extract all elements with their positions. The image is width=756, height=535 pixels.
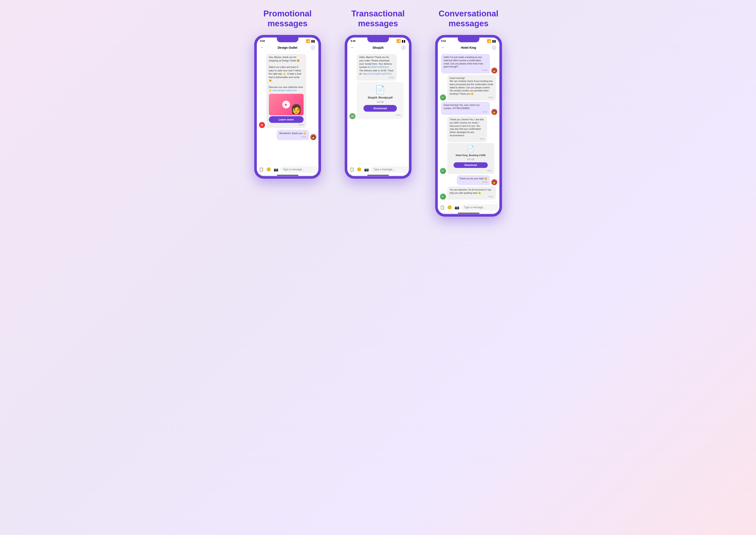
user-avatar: 👩 xyxy=(310,134,316,140)
info-icon[interactable]: i xyxy=(311,46,315,49)
message-input[interactable] xyxy=(280,166,318,173)
promotional-title: Promotional messages xyxy=(263,9,312,28)
message-bubble: Hello! I've just made a booking at your … xyxy=(441,54,490,73)
file-size: 347 KB xyxy=(467,158,474,160)
chat-header: ← Shop24 i xyxy=(347,43,409,52)
status-bar: 9:49 📶 ▮▮ xyxy=(347,38,409,43)
message-time: 09:49 xyxy=(279,136,306,138)
battery-icon: ▮▮ xyxy=(492,39,496,43)
conversational-phone-frame: 9:52 📶 ▮▮ ← Hotel King i He xyxy=(435,35,502,217)
back-icon[interactable]: ← xyxy=(441,45,445,50)
message-row: H+ Thank you, Sirena! Yes, I see that yo… xyxy=(440,116,497,174)
transactional-phone-frame: 9:49 📶 ▮▮ ← Shop24 i 24 xyxy=(345,35,412,179)
message-bubble: Thank you for your help! 😊 09:52 xyxy=(457,175,490,185)
chat-input-bar: 📋 🙂 📷 ➤ xyxy=(347,164,409,175)
emoji-icon[interactable]: 🙂 xyxy=(266,167,271,172)
attachment-icon[interactable]: 📋 xyxy=(259,167,264,172)
message-row: Thank you for your help! 😊 09:52 👩 xyxy=(440,175,497,185)
message-row: H+ Good morning!We can certainly check i… xyxy=(440,75,497,101)
emoji-icon[interactable]: 🙂 xyxy=(447,205,452,210)
home-indicator xyxy=(257,175,318,176)
status-icons: 📶 ▮▮ xyxy=(306,39,315,43)
home-indicator-bar xyxy=(458,213,479,213)
transactional-title: Transactional messages xyxy=(351,9,405,28)
emoji-icon[interactable]: 🙂 xyxy=(357,167,362,172)
message-row: O Hey, Marion, thank you for shopping at… xyxy=(259,54,316,128)
chat-header: ← Design Outlet i xyxy=(257,43,318,52)
message-row: Wonderful, thank you 🤙 09:49 👩 xyxy=(259,130,316,140)
message-time: 09:52 xyxy=(450,195,493,198)
status-icons: 📶 ▮▮ xyxy=(487,39,496,43)
back-icon[interactable]: ← xyxy=(351,45,355,50)
status-time: 9:49 xyxy=(351,40,356,42)
camera-icon[interactable]: 📷 xyxy=(455,205,459,210)
home-indicator-bar xyxy=(277,175,298,176)
user-avatar: 👩 xyxy=(491,68,497,73)
message-bubble: Hey, Marion, thank you for shopping at D… xyxy=(266,54,306,128)
chat-input-bar: 📋 🙂 📷 ➤ xyxy=(438,202,500,213)
main-container: Promotional messages 9:50 📶 ▮▮ ← Design … xyxy=(238,9,518,217)
tracking-link[interactable]: https://url.shop24.np/h7i31x xyxy=(363,72,392,75)
message-time: 09:51 xyxy=(487,170,492,172)
support-avatar: H+ xyxy=(440,95,446,100)
download-button[interactable]: Download xyxy=(453,162,488,168)
status-time: 9:52 xyxy=(441,40,446,42)
message-time: 09:48 xyxy=(269,124,304,126)
transactional-section: Transactional messages 9:49 📶 ▮▮ ← Shop2… xyxy=(337,9,419,179)
message-row: H+ You are welcome. Do let me know if I … xyxy=(440,186,497,200)
action-icons: 📋 🙂 📷 xyxy=(349,167,369,172)
link[interactable]: www.design-outlet.com xyxy=(273,89,297,92)
chat-messages: Hello! I've just made a booking at your … xyxy=(438,52,500,202)
info-icon[interactable]: i xyxy=(401,46,405,49)
message-row: 24 Hello, Marion! Thank you for your ord… xyxy=(349,54,407,119)
promotional-section: Promotional messages 9:50 📶 ▮▮ ← Design … xyxy=(247,9,329,179)
download-button[interactable]: Download xyxy=(364,105,397,112)
message-text: Hello, Marion! Thank you for your order.… xyxy=(359,56,394,75)
wifi-icon: 📶 xyxy=(306,39,310,43)
chat-title: Hotel King xyxy=(461,46,476,49)
message-time: 09:31 xyxy=(396,114,401,116)
battery-icon: ▮▮ xyxy=(311,39,315,43)
file-icon: 📄 xyxy=(467,145,474,152)
message-input[interactable] xyxy=(461,204,500,211)
message-input[interactable] xyxy=(370,166,409,173)
learn-more-button[interactable]: Learn more xyxy=(269,116,304,123)
back-icon[interactable]: ← xyxy=(260,45,264,50)
message-bubble: Hello, Marion! Thank you for your order.… xyxy=(357,54,397,81)
attachment-icon[interactable]: 📋 xyxy=(349,167,354,172)
message-bubble: You are welcome. Do let me know if I can… xyxy=(447,186,496,200)
battery-icon: ▮▮ xyxy=(402,39,405,43)
home-indicator-bar xyxy=(367,175,389,176)
file-attachment: 📄 Hotel King_Booking #1256 347 KB Downlo… xyxy=(447,143,494,174)
message-bubble: Good morning!We can certainly check if y… xyxy=(447,75,496,101)
brand-avatar: O xyxy=(259,122,265,128)
wifi-icon: 📶 xyxy=(487,39,491,43)
conversational-title: Conversational messages xyxy=(439,9,498,28)
transactional-phone-inner: 9:49 📶 ▮▮ ← Shop24 i 24 xyxy=(347,38,409,176)
chat-title: Shop24 xyxy=(372,46,384,49)
camera-icon[interactable]: 📷 xyxy=(364,167,369,172)
home-indicator xyxy=(347,175,409,176)
message-bubble: Wonderful, thank you 🤙 09:49 xyxy=(277,130,309,140)
message-time: 09:49 xyxy=(444,111,487,113)
status-time: 9:50 xyxy=(260,40,265,42)
chat-messages: O Hey, Marion, thank you for shopping at… xyxy=(257,52,318,164)
promotional-phone-frame: 9:50 📶 ▮▮ ← Design Outlet i xyxy=(254,35,321,179)
conversational-section: Conversational messages 9:52 📶 ▮▮ ← Hote… xyxy=(428,9,509,217)
message-bubble: Thank you, Sirena! Yes, I see that you d… xyxy=(447,116,487,142)
status-bar: 9:52 📶 ▮▮ xyxy=(438,38,500,43)
file-attachment: 📄 Shop24_Receipt.pdf 244 KB Download 09:… xyxy=(357,82,404,119)
notch xyxy=(277,38,298,42)
notch xyxy=(367,38,389,42)
message-time: 09:52 xyxy=(459,181,487,183)
action-icons: 📋 🙂 📷 xyxy=(440,205,459,210)
wifi-icon: 📶 xyxy=(396,39,401,43)
attachment-icon[interactable]: 📋 xyxy=(440,205,445,210)
file-name: Hotel King_Booking #1256 xyxy=(456,154,486,156)
info-icon[interactable]: i xyxy=(492,46,496,49)
message-row: Hello! I've just made a booking at your … xyxy=(440,54,497,73)
support-avatar: H+ xyxy=(440,168,446,174)
play-button[interactable]: ▶ xyxy=(282,101,290,108)
file-name: Shop24_Receipt.pdf xyxy=(368,96,392,99)
camera-icon[interactable]: 📷 xyxy=(274,167,278,172)
